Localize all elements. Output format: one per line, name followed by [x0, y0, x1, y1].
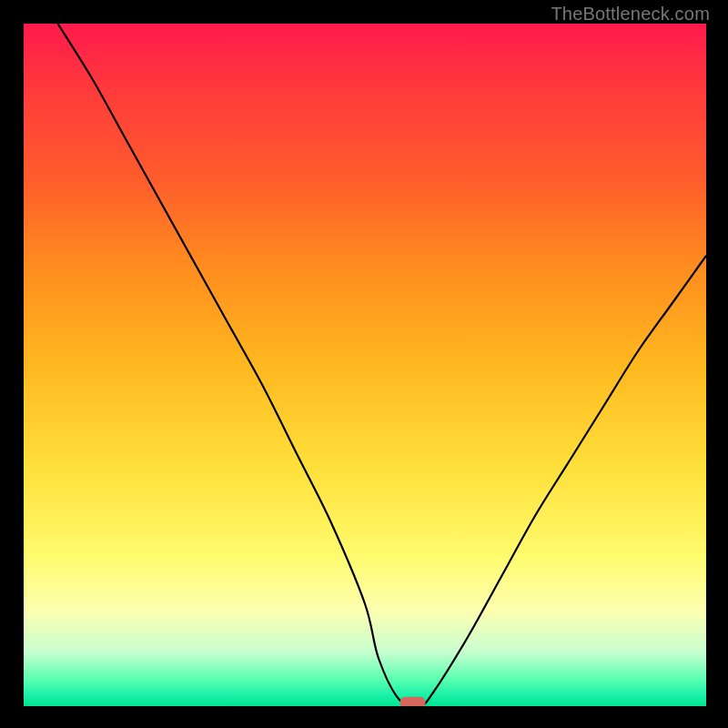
curve-svg	[24, 24, 706, 706]
chart-container: TheBottleneck.com	[0, 0, 728, 728]
plot-area	[24, 24, 706, 706]
optimum-marker	[400, 697, 426, 706]
bottleneck-curve	[58, 24, 707, 706]
watermark-text: TheBottleneck.com	[551, 4, 710, 25]
